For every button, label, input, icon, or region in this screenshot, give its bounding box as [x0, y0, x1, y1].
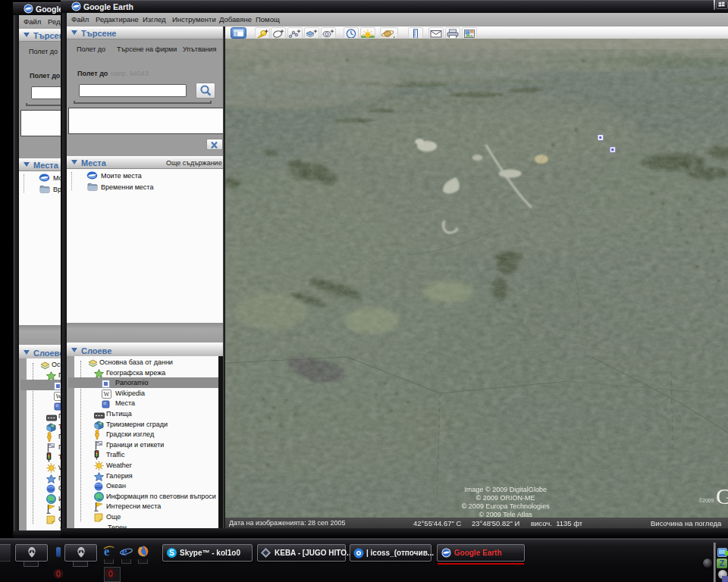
svg-text:Image © 2009 DigitalGlobe: Image © 2009 DigitalGlobe: [464, 486, 547, 493]
svg-text:© 2009 ORION-ME: © 2009 ORION-ME: [476, 494, 535, 502]
svg-text:Google: Google: [716, 483, 728, 509]
svg-text:© 2009 Tele Atlas: © 2009 Tele Atlas: [479, 511, 533, 518]
svg-text:W: W: [103, 390, 109, 398]
svg-text:©2009: ©2009: [699, 498, 714, 503]
svg-text:e: e: [122, 545, 127, 558]
svg-text:© 2009 Europa Technologies: © 2009 Europa Technologies: [462, 502, 551, 510]
svg-text:S: S: [169, 549, 174, 557]
